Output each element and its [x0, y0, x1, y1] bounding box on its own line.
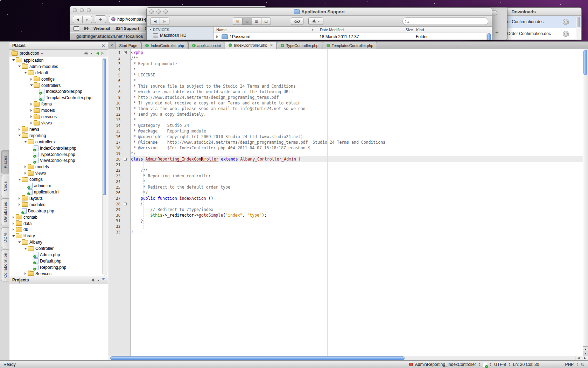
twisty-expanded-icon[interactable] [18, 135, 21, 138]
top-sites-grid-icon[interactable] [84, 27, 89, 30]
code-line[interactable]: * This source file is subject to the Stu… [131, 83, 583, 89]
project-name[interactable]: production [20, 51, 39, 56]
action-menu-button[interactable] [308, 18, 323, 25]
downloads-scrollbar[interactable] [576, 16, 580, 39]
column-header-date-modified[interactable]: Date Modified [317, 27, 392, 33]
column-view-icon[interactable]: ▥ [252, 18, 261, 25]
side-tab-places[interactable]: Places [1, 150, 9, 173]
gear-dropdown-caret-icon[interactable] [97, 280, 99, 282]
code-line[interactable]: * @category Studio 24 [131, 123, 583, 128]
tree-item-db[interactable]: db [9, 226, 108, 233]
places-back-icon[interactable] [94, 52, 99, 55]
tree-item-forms[interactable]: forms [9, 101, 108, 107]
scroll-up-icon[interactable]: ▲ [583, 347, 588, 351]
tree-item-news[interactable]: news [9, 126, 108, 132]
coverflow-view-icon[interactable]: ▤ [261, 18, 271, 25]
finder-scrollbar[interactable] [486, 33, 492, 40]
filter-icon[interactable] [102, 278, 105, 282]
code-line[interactable] [131, 162, 583, 168]
stepper-icon[interactable]: ▲▼ [490, 363, 492, 366]
gear-icon[interactable] [84, 51, 88, 55]
code-line[interactable]: /** [131, 168, 583, 173]
code-line[interactable]: * them via the web, please send an email… [131, 106, 583, 111]
editor-tab-typecontroller-php[interactable]: ✓TypeController.php [277, 42, 322, 49]
side-tab-dom[interactable]: DOM [1, 227, 9, 248]
code-line[interactable]: * If you did not receive a copy of our T… [131, 100, 583, 106]
zoom-window-button[interactable] [87, 8, 91, 12]
devices-section-header[interactable]: DEVICES [147, 28, 213, 32]
tree-item-controller[interactable]: Controller [9, 245, 108, 252]
close-window-button[interactable] [73, 8, 77, 12]
gear-dropdown-caret-icon[interactable] [90, 53, 92, 55]
editor-vertical-scrollbar[interactable]: ▲ ▼ [583, 49, 588, 356]
icon-view-icon[interactable]: ⊞ [233, 18, 242, 25]
finder-search-input[interactable] [402, 18, 488, 25]
twisty-collapsed-icon[interactable] [30, 115, 34, 118]
tree-item-admin-ini[interactable]: admin.ini [9, 183, 108, 189]
code-line[interactable]: public function indexAction () [131, 196, 583, 201]
tree-item-application-ini[interactable]: application.ini [9, 189, 108, 195]
twisty-collapsed-icon[interactable] [13, 228, 16, 231]
code-line[interactable]: * @license http://www.studio24.net/terms… [131, 139, 583, 145]
twisty-expanded-icon[interactable] [12, 59, 15, 62]
tree-item-application[interactable]: application [9, 57, 108, 63]
tree-scrollbar[interactable] [102, 58, 107, 275]
code-line[interactable]: * send you a copy immediately. [131, 111, 583, 117]
finder-titlebar[interactable]: Application Support [147, 8, 492, 16]
bookmark-item[interactable]: Webmail [93, 26, 110, 30]
twisty-expanded-icon[interactable] [24, 248, 27, 251]
tree-item-reporting[interactable]: reporting [9, 132, 108, 139]
tree-item-albany[interactable]: Albany [9, 239, 108, 245]
forward-button[interactable]: ▶ [82, 16, 92, 23]
code-line[interactable]: * @package Reporting module [131, 128, 583, 134]
code-line[interactable] [131, 224, 583, 229]
sync-icon[interactable]: ↻ [581, 362, 584, 367]
close-tab-icon[interactable]: ✕ [270, 43, 273, 47]
code-line[interactable]: class AdminReporting_IndexController ext… [131, 156, 583, 162]
twisty-collapsed-icon[interactable] [24, 172, 28, 175]
code-line[interactable]: */ [131, 190, 583, 196]
twisty-collapsed-icon[interactable] [19, 203, 22, 206]
add-button[interactable]: + [495, 29, 498, 36]
scrollbar-thumb[interactable] [110, 356, 405, 360]
twisty-collapsed-icon[interactable] [24, 272, 28, 275]
tree-item-viewcontroller-php[interactable]: ViewController.php [9, 158, 108, 164]
code-line[interactable]: // Redirect to /type/index [131, 207, 583, 212]
back-button[interactable]: ◀ [150, 18, 160, 25]
tree-item-modules[interactable]: modules [9, 202, 108, 208]
code-line[interactable]: { [131, 201, 583, 207]
reveal-in-finder-button[interactable] [563, 19, 569, 25]
column-header-name[interactable]: Name▲ [214, 27, 317, 33]
tree-item-views[interactable]: views [9, 120, 108, 126]
places-forward-icon[interactable] [101, 52, 106, 55]
tree-item-controllers[interactable]: controllers [9, 82, 108, 89]
stepper-icon[interactable]: ▲▼ [509, 363, 511, 366]
tree-item-configs[interactable]: configs [9, 76, 108, 82]
tree-item-library[interactable]: library [9, 233, 108, 239]
gear-icon[interactable] [91, 278, 95, 282]
side-tab-code[interactable]: Code [1, 175, 9, 197]
fold-marker-icon[interactable] [124, 158, 127, 161]
fold-marker-icon[interactable] [124, 203, 127, 205]
code-line[interactable]: * [131, 78, 583, 83]
editor-tab-application-ini[interactable]: ✓application.ini [188, 42, 225, 49]
code-line[interactable]: * @copyright Copyright (c) 2009-2010 Stu… [131, 134, 583, 139]
twisty-collapsed-icon[interactable] [19, 197, 22, 200]
twisty-collapsed-icon[interactable] [13, 216, 16, 219]
reveal-in-finder-button[interactable] [563, 31, 569, 37]
sidebar-item-macintosh-hd[interactable]: Macintosh HD [147, 32, 213, 38]
editor-horizontal-scrollbar[interactable]: ◀ ▶ [108, 356, 588, 361]
code-line[interactable]: * Redirect to the default order type [131, 184, 583, 190]
code-line[interactable]: } [131, 218, 583, 224]
scroll-down-icon[interactable]: ▼ [583, 351, 588, 356]
close-tab-button[interactable]: ✕ [110, 43, 113, 47]
code-line[interactable]: $this->_redirector->gotoSimple("index", … [131, 212, 583, 218]
tree-item-data[interactable]: data [9, 220, 108, 227]
side-tab-collaboration[interactable]: Collaboration [1, 249, 9, 281]
code-line[interactable]: * @version $Id: IndexController.php 404 … [131, 145, 583, 151]
quick-look-button[interactable] [291, 18, 303, 25]
twisty-expanded-icon[interactable] [18, 66, 21, 69]
editor-tab-start-page[interactable]: Start Page [115, 42, 141, 49]
tree-item-views[interactable]: views [9, 170, 108, 176]
encoding-indicator[interactable]: UTF-8 [494, 362, 506, 367]
